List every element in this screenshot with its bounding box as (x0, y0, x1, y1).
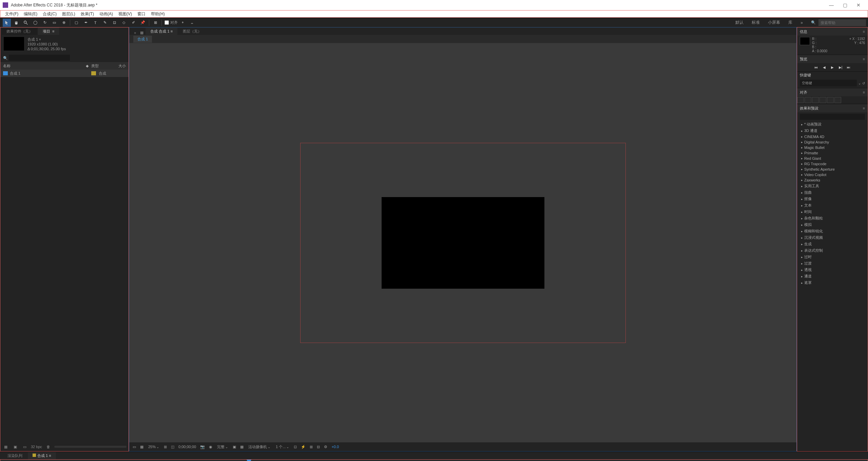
effect-category[interactable]: Red Giant (800, 156, 865, 161)
tab-composition[interactable]: 合成 合成 1 ≡ (146, 28, 177, 35)
active-camera-dropdown[interactable]: 活动摄像机 (247, 444, 272, 449)
effect-category[interactable]: 遮罩 (800, 280, 865, 286)
workspace-library[interactable]: 库 (784, 19, 796, 26)
new-comp-icon[interactable]: ▭ (21, 444, 28, 450)
effect-category[interactable]: Magic Bullet (800, 145, 865, 150)
playhead[interactable] (247, 460, 251, 461)
pan-behind-tool[interactable]: ⊕ (60, 19, 68, 27)
info-panel-header[interactable]: 信息≡ (797, 27, 868, 36)
project-list[interactable]: 合成 1 合成 (0, 70, 129, 442)
workspace-default[interactable]: 默认 (731, 19, 748, 26)
next-frame-button[interactable]: ▶| (837, 64, 844, 70)
menu-edit[interactable]: 编辑(E) (21, 11, 40, 18)
tab-render-queue[interactable]: 渲染队列 (3, 452, 27, 459)
exposure-value[interactable]: +0.0 (331, 445, 340, 449)
prev-frame-button[interactable]: ◀ (821, 64, 827, 70)
col-type[interactable]: 类型 (91, 63, 118, 69)
align-hcenter-button[interactable] (805, 97, 811, 103)
project-scrollbar[interactable] (54, 446, 127, 448)
col-name[interactable]: 名称 (3, 63, 86, 69)
pixel-aspect-icon[interactable]: ⊡ (293, 445, 297, 449)
align-panel-header[interactable]: 对齐≡ (797, 88, 868, 96)
effects-search-input[interactable] (800, 114, 865, 120)
workspace-standard[interactable]: 标准 (748, 19, 764, 26)
type-tool[interactable]: T (91, 19, 99, 27)
panel-menu-icon[interactable]: ≡ (171, 29, 173, 33)
current-time[interactable]: 0;00;00;00 (178, 445, 197, 449)
effect-category[interactable]: CINEMA 4D (800, 134, 865, 139)
minimize-button[interactable]: — (825, 0, 838, 10)
align-left-button[interactable] (797, 97, 804, 103)
timeline-ruler[interactable]: :00s05s10s15s20s25s30s35s40s45s50s55s01:… (245, 460, 868, 461)
effect-category[interactable]: 杂色和颗粒 (800, 215, 865, 222)
tab-layer[interactable]: 图层（无） (178, 28, 206, 35)
panel-menu-icon[interactable]: ≡ (863, 30, 865, 34)
effect-category[interactable]: 通道 (800, 273, 865, 280)
delete-icon[interactable]: 🗑 (45, 444, 52, 450)
active-comp-pill[interactable]: 合成 1 (133, 36, 152, 43)
shortcut-dropdown[interactable]: 空格键 (800, 80, 857, 87)
tab-timeline-comp[interactable]: 合成 1 ≡ (28, 452, 56, 459)
grid-icon[interactable]: ▦ (138, 31, 146, 35)
effect-category[interactable]: Digital Anarchy (800, 139, 865, 145)
composition-viewer[interactable] (129, 43, 796, 442)
col-size[interactable]: 大小 (118, 63, 126, 69)
project-item-row[interactable]: 合成 1 合成 (0, 70, 129, 77)
effect-category[interactable]: 时间 (800, 209, 865, 215)
preview-panel-header[interactable]: 预览≡ (797, 55, 868, 63)
effect-category[interactable]: 3D 通道 (800, 128, 865, 134)
effect-category[interactable]: 透视 (800, 267, 865, 273)
menu-layer[interactable]: 图层(L) (59, 11, 78, 18)
bpc-button[interactable]: 32 bpc (31, 444, 42, 450)
orbit-camera-tool[interactable]: ◯ (31, 19, 39, 27)
new-folder-icon[interactable]: ▣ (12, 444, 19, 450)
snap-edges-icon[interactable]: ⫠ (188, 19, 196, 27)
puppet-pin-tool[interactable]: 📌 (139, 19, 147, 27)
mask-toggle-icon[interactable]: ◫ (170, 445, 175, 449)
snapshot-icon[interactable]: 📷 (199, 445, 206, 449)
magnify-icon[interactable]: ▦ (139, 445, 144, 449)
rectangle-tool[interactable]: ▢ (72, 19, 80, 27)
show-channel-icon[interactable]: ◉ (208, 445, 213, 449)
flowchart-icon[interactable]: ⊟ (316, 445, 321, 449)
zoom-tool[interactable] (22, 19, 30, 27)
panel-menu-icon[interactable]: ≡ (863, 90, 865, 94)
align-top-button[interactable] (819, 97, 826, 103)
resolution-dropdown[interactable]: 完整 (216, 444, 229, 449)
zoom-dropdown[interactable]: 25% (147, 445, 160, 449)
hand-tool[interactable] (12, 19, 20, 27)
menu-file[interactable]: 文件(F) (2, 11, 21, 18)
align-vcenter-button[interactable] (827, 97, 834, 103)
effect-category[interactable]: Video Copilot (800, 172, 865, 177)
lock-icon[interactable]: × (132, 31, 138, 35)
panel-menu-icon[interactable]: ≡ (863, 57, 865, 61)
clone-stamp-tool[interactable]: ⊡ (110, 19, 118, 27)
effect-category[interactable]: 生成 (800, 241, 865, 247)
view-layout-dropdown[interactable]: 1 个... (274, 444, 290, 449)
effect-category[interactable]: 过时 (800, 254, 865, 260)
eraser-tool[interactable]: ◇ (120, 19, 128, 27)
camera-tool[interactable]: ▭ (50, 19, 58, 27)
effect-category[interactable]: 实用工具 (800, 183, 865, 189)
panel-menu-icon[interactable]: ≡ (863, 106, 865, 110)
effect-category[interactable]: RG Trapcode (800, 161, 865, 167)
effect-category[interactable]: 扭曲 (800, 189, 865, 196)
first-frame-button[interactable]: ⏮ (813, 64, 819, 70)
roi-icon[interactable]: ▣ (232, 445, 237, 449)
rotation-tool[interactable]: ↻ (41, 19, 49, 27)
tab-effect-controls[interactable]: 效果控件（无） (2, 27, 37, 35)
panel-menu-icon[interactable]: ≡ (52, 29, 54, 33)
menu-effect[interactable]: 效果(T) (78, 11, 97, 18)
effect-category[interactable]: 模糊和锐化 (800, 228, 865, 234)
transparency-grid-icon[interactable]: ▦ (239, 445, 244, 449)
project-search-input[interactable] (9, 55, 70, 61)
effects-panel-header[interactable]: 效果和预设≡ (797, 104, 868, 112)
effect-category[interactable]: 过渡 (800, 260, 865, 267)
effect-category[interactable]: 沉浸式视频 (800, 234, 865, 241)
effect-category[interactable]: 抠像 (800, 196, 865, 202)
workspace-small[interactable]: 小屏幕 (764, 19, 784, 26)
play-button[interactable]: ▶ (829, 64, 835, 70)
align-bottom-button[interactable] (834, 97, 841, 103)
local-axis-mode[interactable]: ⊞ (151, 19, 159, 27)
panel-menu-icon[interactable]: ≡ (49, 454, 51, 458)
